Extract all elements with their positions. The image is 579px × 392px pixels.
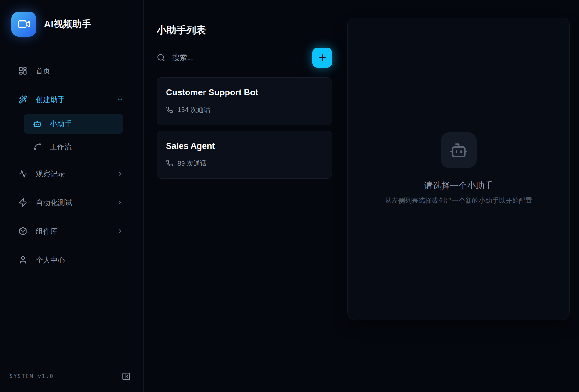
sidebar-item-label: 自动化测试 (36, 198, 72, 208)
wand-sparkles-icon (19, 95, 27, 104)
empty-state-icon-box (441, 132, 477, 168)
assistant-name: Customer Support Bot (166, 88, 323, 98)
sidebar-item-home[interactable]: 首页 (19, 63, 123, 78)
sidebar-item-create-assistant[interactable]: 创建助手 (19, 92, 123, 107)
phone-icon (166, 106, 173, 113)
call-count: 89 次通话 (177, 159, 207, 168)
assistant-card[interactable]: Customer Support Bot 154 次通话 (157, 77, 332, 125)
assistant-card[interactable]: Sales Agent 89 次通话 (157, 131, 332, 179)
assistant-meta: 89 次通话 (166, 159, 323, 168)
main-content: 小助手列表 Customer Support Bo (144, 0, 579, 392)
create-assistant-submenu: 小助手 工作流 (19, 114, 123, 154)
sidebar-subitem-label: 工作流 (50, 142, 72, 152)
sidebar-footer: SYSTEM v1.0 (0, 360, 143, 392)
assistant-list-column: 小助手列表 Customer Support Bo (157, 0, 332, 392)
sidebar-item-autotest[interactable]: 自动化测试 (19, 195, 123, 210)
video-camera-icon (17, 18, 31, 31)
dashboard-icon (19, 66, 27, 75)
box-icon (19, 227, 27, 236)
sidebar-item-label: 创建助手 (36, 95, 65, 105)
chevron-right-icon (116, 228, 123, 235)
search-row (157, 48, 332, 68)
sidebar-subitem-assistant[interactable]: 小助手 (24, 114, 123, 134)
sidebar-subitem-label: 小助手 (50, 119, 72, 129)
zap-icon (19, 198, 27, 207)
chevron-right-icon (116, 199, 123, 206)
sidebar-nav: 首页 创建助手 小助手 (0, 48, 143, 360)
assistant-detail-panel: 请选择一个小助手 从左侧列表选择或创建一个新的小助手以开始配置 (347, 18, 570, 320)
sidebar-collapse-button[interactable] (122, 372, 130, 381)
empty-state-subtitle: 从左侧列表选择或创建一个新的小助手以开始配置 (385, 196, 532, 205)
sidebar-header: AI视频助手 (0, 0, 143, 48)
user-icon (19, 255, 27, 264)
system-version: SYSTEM v1.0 (10, 373, 54, 379)
bot-icon (449, 141, 468, 159)
add-assistant-button[interactable] (312, 48, 332, 68)
sidebar-item-label: 个人中心 (36, 255, 65, 265)
search-icon (157, 53, 165, 62)
empty-state-title: 请选择一个小助手 (424, 180, 493, 191)
phone-icon (166, 160, 173, 167)
panel-left-close-icon (122, 372, 130, 381)
assistant-name: Sales Agent (166, 141, 323, 151)
sidebar: AI视频助手 首页 创建助手 (0, 0, 144, 392)
sidebar-subitem-workflow[interactable]: 工作流 (24, 139, 123, 154)
sidebar-item-label: 组件库 (36, 226, 58, 236)
sidebar-item-records[interactable]: 观察记录 (19, 166, 123, 181)
assistant-meta: 154 次通话 (166, 105, 323, 114)
sidebar-item-label: 观察记录 (36, 169, 65, 179)
bot-icon (33, 120, 41, 128)
search-box (157, 53, 312, 62)
activity-icon (19, 169, 27, 178)
sidebar-item-components[interactable]: 组件库 (19, 224, 123, 239)
chevron-right-icon (116, 170, 123, 177)
chevron-down-icon (116, 96, 123, 103)
call-count: 154 次通话 (177, 105, 211, 114)
app-title: AI视频助手 (44, 18, 91, 31)
assistant-cards: Customer Support Bot 154 次通话 Sales Agent (157, 77, 332, 179)
sidebar-item-label: 首页 (36, 66, 50, 76)
spline-icon (33, 143, 41, 151)
page-title: 小助手列表 (157, 24, 332, 36)
app-logo (11, 12, 36, 37)
plus-icon (317, 53, 327, 63)
sidebar-item-profile[interactable]: 个人中心 (19, 252, 123, 268)
search-input[interactable] (172, 53, 267, 62)
